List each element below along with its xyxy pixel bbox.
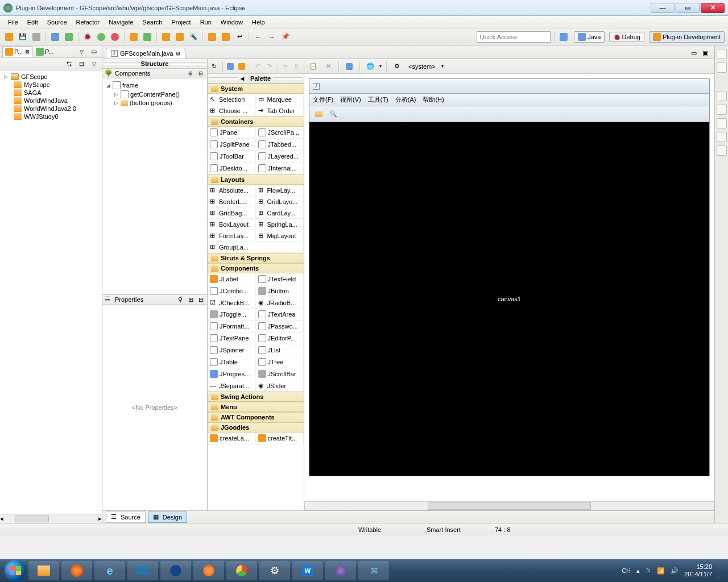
item-jtextarea[interactable]: JTextArea — [256, 309, 304, 321]
new-class-button[interactable] — [142, 31, 153, 43]
close-tab-icon[interactable]: ⊠ — [176, 51, 180, 56]
cat-containers[interactable]: Containers — [208, 117, 304, 127]
item-gridbag[interactable]: ⊞GridBag... — [208, 207, 256, 219]
item-jpassword[interactable]: JPasswo... — [256, 321, 304, 332]
item-jtextfield[interactable]: JTextField — [256, 273, 304, 285]
tab-source[interactable]: ☰Source — [106, 512, 146, 523]
plugins-tab[interactable]: P... — [34, 47, 56, 57]
item-flowlayout[interactable]: ⊞FlowLay... — [256, 185, 304, 196]
item-jdesktop[interactable]: JDeskto... — [208, 163, 256, 174]
item-jformatted[interactable]: JFormatt... — [208, 321, 256, 332]
cat-swing-actions[interactable]: Swing Actions — [208, 392, 304, 402]
task-settings[interactable]: ⚙ — [259, 561, 290, 580]
locale-button[interactable]: 🌐 — [365, 61, 376, 72]
tray-arrow-icon[interactable]: ▴ — [636, 567, 640, 575]
editor-tab-gfscopemain[interactable]: GFScopeMain.java ⊠ — [106, 48, 185, 59]
minimize-view-button[interactable]: ▭ — [88, 46, 100, 57]
project-worldwindjava[interactable]: WorldWindJava — [2, 97, 100, 105]
copy-button[interactable]: ⎘ — [292, 61, 301, 72]
horizontal-scrollbar[interactable]: ◂▸ — [0, 514, 102, 523]
menu-source[interactable]: Source — [43, 17, 72, 27]
show-desktop-button[interactable] — [718, 561, 723, 580]
item-absolute[interactable]: ⊞Absolute... — [208, 185, 256, 196]
item-jspinner[interactable]: JSpinner — [208, 344, 256, 356]
item-jcombo[interactable]: JCombo... — [208, 285, 256, 297]
item-jtabbed[interactable]: JTabbed... — [256, 139, 304, 151]
perspective-debug[interactable]: 🐞Debug — [609, 32, 644, 42]
item-marquee[interactable]: ▭Marquee — [256, 94, 304, 105]
delete-button[interactable]: ✖ — [322, 61, 334, 72]
open-type-button[interactable] — [160, 31, 172, 43]
item-jsplitpane[interactable]: JSplitPane — [208, 139, 256, 151]
trim-restore2-button[interactable] — [717, 91, 727, 101]
item-grouplayout[interactable]: ⊞GroupLa... — [208, 242, 304, 253]
trim-outline-button[interactable] — [717, 63, 727, 73]
item-taborder[interactable]: ⇥Tab Order — [256, 105, 304, 117]
task-word[interactable]: W — [292, 561, 323, 580]
tree-buttongroups[interactable]: ▷(button groups) — [105, 99, 205, 107]
preview-menu-file[interactable]: 文件(F) — [313, 95, 333, 104]
task-mail[interactable]: ✉ — [358, 561, 389, 580]
tray-lang[interactable]: CH — [622, 567, 631, 574]
pin-button[interactable]: 📌 — [280, 31, 291, 43]
back-button[interactable]: ← — [253, 31, 264, 43]
item-jtoggle[interactable]: JToggle... — [208, 309, 256, 321]
preview-button[interactable] — [237, 61, 246, 72]
run-button[interactable] — [96, 31, 107, 43]
new-package-button[interactable] — [128, 31, 139, 43]
preview-canvas[interactable]: canvas1 — [309, 122, 709, 476]
annotation-next-button[interactable] — [220, 31, 231, 43]
item-borderlayout[interactable]: ⊞BorderL... — [208, 196, 256, 207]
preview-open-button[interactable] — [313, 109, 324, 120]
debug-button[interactable]: 🐞 — [82, 31, 93, 43]
maximize-button[interactable]: ▭ — [676, 3, 700, 13]
paste-button[interactable]: 📋 — [308, 61, 319, 72]
item-jeditor[interactable]: JEditorP... — [256, 332, 304, 344]
minimize-button[interactable]: — — [651, 3, 675, 13]
item-jlayered[interactable]: JLayered... — [256, 151, 304, 163]
cat-components[interactable]: Components — [208, 263, 304, 273]
tray-clock[interactable]: 15:20 2014/11/7 — [684, 563, 712, 578]
project-saga[interactable]: SAGA — [2, 89, 100, 97]
preview-zoom-button[interactable]: 🔍 — [328, 109, 339, 120]
maximize-editor-button[interactable]: ▣ — [700, 47, 711, 59]
project-tree[interactable]: ▷GFScope MyScope SAGA WorldWindJava Worl… — [0, 70, 102, 514]
tray-network-icon[interactable]: 📶 — [657, 567, 665, 575]
menu-refactor[interactable]: Refactor — [72, 17, 105, 27]
preview-menu-help[interactable]: 帮助(H) — [423, 95, 444, 104]
menu-search[interactable]: Search — [138, 17, 167, 27]
new-button[interactable] — [3, 31, 15, 43]
start-button[interactable] — [5, 560, 26, 581]
trim-console-button[interactable] — [717, 132, 727, 142]
task-mediaplayer[interactable] — [61, 561, 92, 580]
open-task-button[interactable] — [174, 31, 185, 43]
annotation-prev-button[interactable] — [206, 31, 218, 43]
design-hscrollbar[interactable] — [304, 501, 714, 510]
item-jpanel[interactable]: JPanel — [208, 127, 256, 139]
task-explorer[interactable] — [28, 561, 59, 580]
props-toggle1[interactable]: ⚲ — [176, 296, 184, 304]
last-edit-button[interactable]: ↩ — [234, 31, 245, 43]
perspective-plugin[interactable]: Plug-in Development — [649, 31, 725, 43]
tree-frame[interactable]: ◢frame — [105, 81, 205, 90]
item-selection[interactable]: ↖Selection — [208, 94, 256, 105]
item-formlayout[interactable]: ⊞FormLay... — [208, 230, 256, 242]
item-jtoolbar[interactable]: JToolBar — [208, 151, 256, 163]
menu-window[interactable]: Window — [216, 17, 247, 27]
item-createlabel[interactable]: createLa... — [208, 433, 256, 444]
item-jradio[interactable]: ◉JRadioB... — [256, 297, 304, 309]
menu-file[interactable]: File — [3, 17, 23, 27]
project-worldwindjava2[interactable]: WorldWindJava2.0 — [2, 105, 100, 113]
trim-errorlog-button[interactable] — [717, 146, 727, 156]
open-perspective-button[interactable] — [558, 31, 569, 43]
layout-button[interactable] — [344, 61, 355, 72]
redo-button[interactable]: ↷ — [265, 61, 274, 72]
view-menu-button[interactable]: ▽ — [76, 46, 87, 57]
item-choose[interactable]: ⊞Choose ... — [208, 105, 256, 117]
menu-edit[interactable]: Edit — [23, 17, 43, 27]
design-canvas-area[interactable]: 文件(F) 视图(V) 工具(T) 分析(A) 帮助(H) 🔍 canvas1 — [304, 74, 714, 501]
close-button[interactable]: ✕ — [701, 3, 725, 13]
item-miglayout[interactable]: ⊞MigLayout — [256, 230, 304, 242]
structure-tree[interactable]: ◢frame ▷getContentPane() ▷(button groups… — [102, 78, 207, 294]
tab-design[interactable]: ▦Design — [148, 512, 187, 523]
